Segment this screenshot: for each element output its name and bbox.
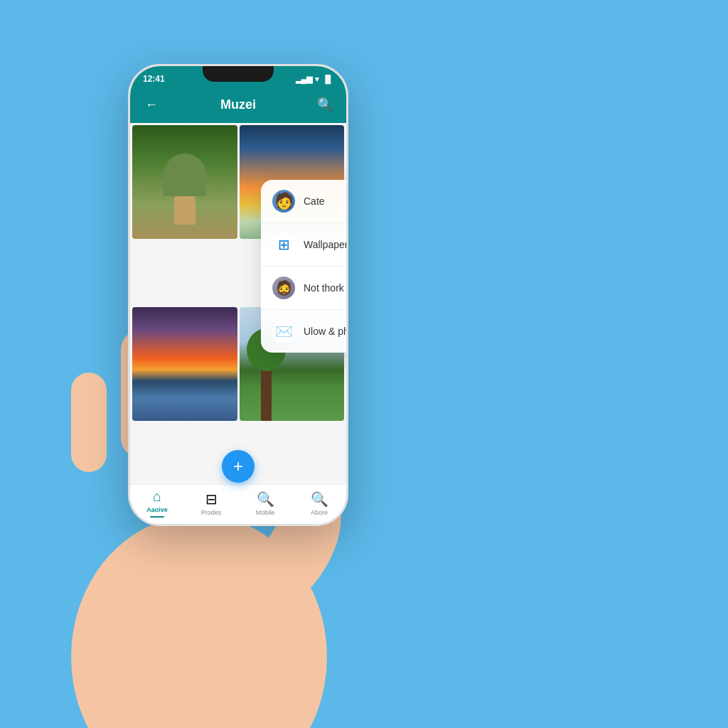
mobile-icon: 🔍 [257,491,274,508]
status-icons: ▂▄▆ ▾ ▐▌ [296,75,333,84]
home-icon: ⌂ [153,488,161,505]
app-header: ← Muzei 🔍 [130,89,346,123]
fab-plus-icon: + [233,456,243,476]
search-icon: 🔍 [317,97,333,112]
wifi-icon: ▾ [315,75,319,84]
nav-item-about[interactable]: 🔍 Abore [292,491,346,516]
search-button[interactable]: 🔍 [315,95,335,114]
not-thork-label: Not thork [304,282,348,294]
phone-mockup: 12:41 ▂▄▆ ▾ ▐▌ ← Muzei 🔍 [128,64,348,526]
nav-about-label: Abore [311,509,328,516]
avatar-image: 🧑 [274,192,294,210]
cate-label: Cate [304,196,348,207]
ulow-label: Ulow & phears... [304,326,348,337]
nav-mobile-label: Mobile [256,509,275,516]
nav-item-home[interactable]: ⌂ Aaoive [130,488,184,518]
nav-item-mobile[interactable]: 🔍 Mobile [238,491,292,516]
menu-item-cate[interactable]: 🧑 Cate [261,180,348,223]
nav-active-indicator [150,516,164,518]
menu-item-ulow[interactable]: ✉️ Ulow & phears... [261,310,348,353]
wallpapers-icon: ⊞ [272,233,295,256]
person-avatar-icon: 🧔 [275,279,293,296]
battery-icon: ▐▌ [322,75,333,83]
dropdown-menu: 🧑 Cate ⊞ Wallpapers 🔍 🧔 Not thork [261,180,348,353]
gmail-icon: ✉️ [272,320,295,343]
cate-avatar-icon: 🧑 [272,190,295,213]
svg-rect-5 [71,373,107,472]
phone-notch [203,66,274,82]
nav-products-label: Prodes [201,509,222,516]
products-icon: ⊟ [205,491,218,508]
about-icon: 🔍 [311,491,328,508]
back-button[interactable]: ← [141,95,161,114]
menu-item-not-thork[interactable]: 🧔 Not thork [261,267,348,310]
signal-icon: ▂▄▆ [296,75,313,84]
windows-logo-icon: ⊞ [278,236,290,253]
photo-cell-mountain[interactable] [132,307,237,421]
fab-button[interactable]: + [222,450,255,483]
wallpapers-label: Wallpapers [304,239,348,250]
nav-item-products[interactable]: ⊟ Prodes [184,491,238,516]
app-title: Muzei [161,97,315,112]
person-icon: 🧔 [272,277,295,299]
status-time: 12:41 [143,74,165,84]
menu-item-wallpapers[interactable]: ⊞ Wallpapers 🔍 [261,223,348,267]
back-arrow-icon: ← [145,97,158,112]
photo-cell-forest[interactable] [132,125,237,239]
nav-home-label: Aaoive [146,506,168,513]
bottom-nav: ⌂ Aaoive ⊟ Prodes 🔍 Mobile 🔍 Abore [130,484,346,524]
gmail-logo-icon: ✉️ [275,323,293,340]
phone-frame: 12:41 ▂▄▆ ▾ ▐▌ ← Muzei 🔍 [128,64,348,526]
